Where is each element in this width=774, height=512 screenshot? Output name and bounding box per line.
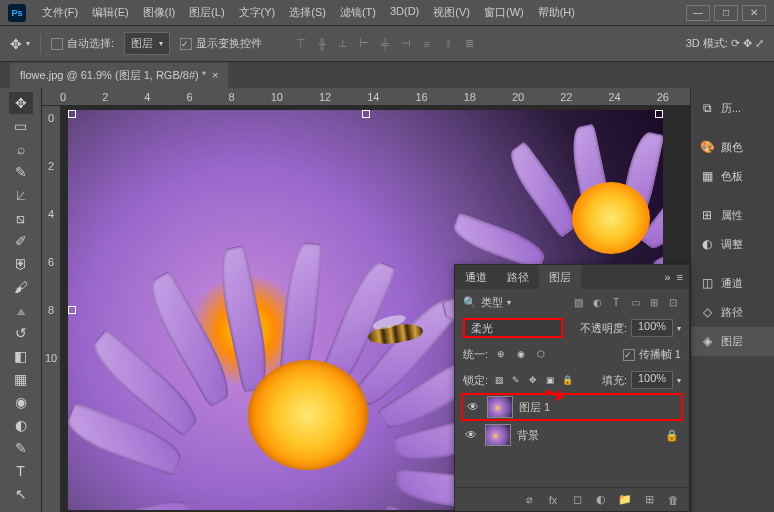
document-tab[interactable]: flowe.jpg @ 61.9% (图层 1, RGB/8#) * ×: [10, 63, 228, 88]
filter-toggle[interactable]: ⊡: [665, 294, 681, 310]
tab-channels[interactable]: 通道: [455, 265, 497, 290]
menu-3d[interactable]: 3D(D): [384, 1, 425, 24]
auto-select-dropdown[interactable]: 图层▾: [124, 32, 170, 55]
menu-items: 文件(F) 编辑(E) 图像(I) 图层(L) 文字(Y) 选择(S) 滤镜(T…: [36, 1, 581, 24]
orbit-icon[interactable]: ⟳: [731, 37, 740, 49]
unify-position-icon[interactable]: ⊕: [494, 347, 508, 361]
dock-channels[interactable]: ◫通道: [691, 269, 774, 298]
transform-handle[interactable]: [655, 110, 663, 118]
lock-all-icon[interactable]: 🔒: [560, 373, 574, 387]
filter-smart-icon[interactable]: ⊞: [646, 294, 662, 310]
maximize-button[interactable]: □: [714, 5, 738, 21]
menu-window[interactable]: 窗口(W): [478, 1, 530, 24]
group-icon[interactable]: 📁: [617, 492, 633, 508]
menu-layer[interactable]: 图层(L): [183, 1, 230, 24]
visibility-toggle[interactable]: 👁: [467, 400, 481, 414]
align-hcenter-icon[interactable]: ╪: [376, 35, 394, 53]
frame-tool[interactable]: ⧅: [9, 207, 33, 229]
collapse-icon[interactable]: »: [664, 271, 670, 283]
unify-style-icon[interactable]: ⬡: [534, 347, 548, 361]
auto-select-checkbox[interactable]: 自动选择:: [51, 36, 114, 51]
distribute-icon3[interactable]: ≣: [460, 35, 478, 53]
visibility-toggle[interactable]: 👁: [465, 428, 479, 442]
minimize-button[interactable]: —: [686, 5, 710, 21]
new-layer-icon[interactable]: ⊞: [641, 492, 657, 508]
pan-icon[interactable]: ✥: [743, 37, 752, 49]
menu-view[interactable]: 视图(V): [427, 1, 476, 24]
healing-tool[interactable]: ⛨: [9, 253, 33, 275]
adjustments-icon: ◐: [699, 236, 715, 252]
layer-item[interactable]: 👁 图层 1: [461, 393, 683, 421]
distribute-icon[interactable]: ≡: [418, 35, 436, 53]
dock-layers[interactable]: ◈图层: [691, 327, 774, 356]
tab-layers[interactable]: 图层: [539, 265, 581, 290]
align-bottom-icon[interactable]: ⊥: [334, 35, 352, 53]
dock-color[interactable]: 🎨颜色: [691, 133, 774, 162]
fill-dropdown-icon[interactable]: ▾: [677, 376, 681, 385]
zoom-icon[interactable]: ⤢: [755, 37, 764, 49]
close-tab-icon[interactable]: ×: [212, 69, 218, 81]
filter-adjust-icon[interactable]: ◐: [589, 294, 605, 310]
history-brush-tool[interactable]: ↺: [9, 322, 33, 344]
eyedropper-tool[interactable]: ✐: [9, 230, 33, 252]
transform-handle[interactable]: [68, 306, 76, 314]
menu-filter[interactable]: 滤镜(T): [334, 1, 382, 24]
menu-type[interactable]: 文字(Y): [233, 1, 282, 24]
blur-tool[interactable]: ◉: [9, 391, 33, 413]
dock-swatches[interactable]: ▦色板: [691, 162, 774, 191]
align-vcenter-icon[interactable]: ╫: [313, 35, 331, 53]
close-button[interactable]: ✕: [742, 5, 766, 21]
link-layers-icon[interactable]: ⌀: [521, 492, 537, 508]
delete-layer-icon[interactable]: 🗑: [665, 492, 681, 508]
transform-handle[interactable]: [362, 110, 370, 118]
layer-mask-icon[interactable]: ◻: [569, 492, 585, 508]
align-top-icon[interactable]: ⊤: [292, 35, 310, 53]
stamp-tool[interactable]: ⟁: [9, 299, 33, 321]
dock-history[interactable]: ⧉历...: [691, 94, 774, 123]
opacity-input[interactable]: 100%: [631, 319, 673, 337]
dock-adjustments[interactable]: ◐调整: [691, 230, 774, 259]
menu-image[interactable]: 图像(I): [137, 1, 181, 24]
menu-edit[interactable]: 编辑(E): [86, 1, 135, 24]
fill-input[interactable]: 100%: [631, 371, 673, 389]
dodge-tool[interactable]: ◐: [9, 414, 33, 436]
panel-menu-icon[interactable]: ≡: [677, 271, 683, 283]
divider: [40, 34, 41, 54]
lock-image-icon[interactable]: ✎: [509, 373, 523, 387]
quick-select-tool[interactable]: ✎: [9, 161, 33, 183]
align-left-icon[interactable]: ⊢: [355, 35, 373, 53]
eraser-tool[interactable]: ◧: [9, 345, 33, 367]
crop-tool[interactable]: ⟀: [9, 184, 33, 206]
dock-properties[interactable]: ⊞属性: [691, 201, 774, 230]
layer-item[interactable]: 👁 背景 🔒: [461, 421, 683, 449]
dock-paths[interactable]: ◇路径: [691, 298, 774, 327]
layer-style-icon[interactable]: fx: [545, 492, 561, 508]
pen-tool[interactable]: ✎: [9, 437, 33, 459]
tool-preset[interactable]: ✥▾: [10, 36, 30, 52]
path-select-tool[interactable]: ↖: [9, 483, 33, 505]
menu-select[interactable]: 选择(S): [283, 1, 332, 24]
lock-transparent-icon[interactable]: ▨: [492, 373, 506, 387]
unify-visibility-icon[interactable]: ◉: [514, 347, 528, 361]
palette-icon: 🎨: [699, 139, 715, 155]
lasso-tool[interactable]: ⌕: [9, 138, 33, 160]
filter-pixel-icon[interactable]: ▨: [570, 294, 586, 310]
align-right-icon[interactable]: ⊣: [397, 35, 415, 53]
filter-type-dropdown[interactable]: 🔍 类型 ▾: [463, 295, 511, 310]
opacity-dropdown-icon[interactable]: ▾: [677, 324, 681, 333]
transform-handle[interactable]: [68, 110, 76, 118]
move-tool[interactable]: ✥: [9, 92, 33, 114]
show-transform-checkbox[interactable]: 显示变换控件: [180, 36, 262, 51]
distribute-icon2[interactable]: ⦀: [439, 35, 457, 53]
adjustment-layer-icon[interactable]: ◐: [593, 492, 609, 508]
type-tool[interactable]: T: [9, 460, 33, 482]
brush-tool[interactable]: 🖌: [9, 276, 33, 298]
menu-help[interactable]: 帮助(H): [532, 1, 581, 24]
marquee-tool[interactable]: ▭: [9, 115, 33, 137]
gradient-tool[interactable]: ▦: [9, 368, 33, 390]
menu-file[interactable]: 文件(F): [36, 1, 84, 24]
blend-mode-dropdown[interactable]: 柔光: [463, 318, 563, 338]
tab-paths[interactable]: 路径: [497, 265, 539, 290]
filter-shape-icon[interactable]: ▭: [627, 294, 643, 310]
filter-type-icon[interactable]: T: [608, 294, 624, 310]
